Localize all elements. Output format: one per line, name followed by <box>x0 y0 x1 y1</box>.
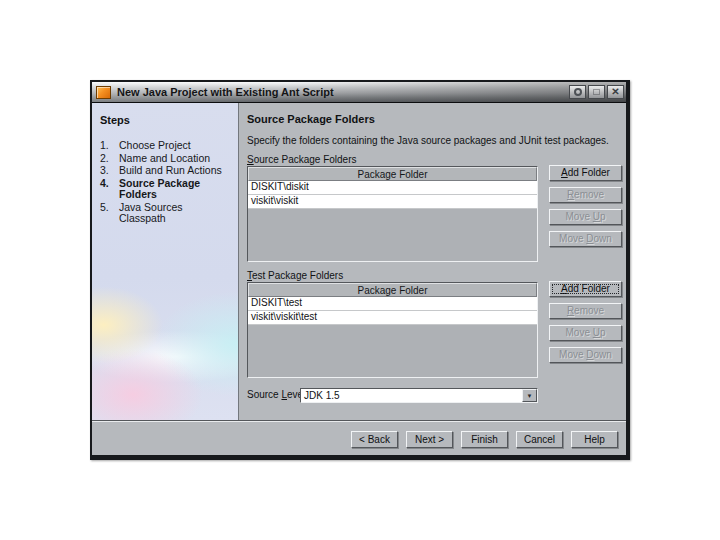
window-menu-icon[interactable] <box>569 85 586 99</box>
source-package-folders-label: Source Package Folders <box>247 154 357 165</box>
move-down-button[interactable]: Move Down <box>549 347 622 363</box>
square-icon <box>593 89 600 95</box>
table-row[interactable]: viskit\viskit <box>248 195 537 209</box>
move-up-button[interactable]: Move Up <box>549 325 622 341</box>
table-column-header: Package Folder <box>248 283 537 297</box>
steps-item-name-and-location: 2. Name and Location <box>100 153 232 165</box>
steps-item-build-run-actions: 3. Build and Run Actions <box>100 165 232 177</box>
dialog-body: Steps 1. Choose Project 2. Name and Loca… <box>92 103 626 455</box>
title-bar[interactable]: New Java Project with Existing Ant Scrip… <box>92 82 626 103</box>
add-folder-button[interactable]: Add Folder <box>549 281 622 297</box>
steps-title: Steps <box>100 114 232 126</box>
table-row[interactable]: viskit\viskit\test <box>248 311 537 325</box>
window-title: New Java Project with Existing Ant Scrip… <box>117 86 569 98</box>
source-table-buttons: Add Folder Remove Move Up Move Down <box>549 165 622 253</box>
source-level-value: JDK 1.5 <box>304 389 340 402</box>
close-icon[interactable]: ✕ <box>607 85 624 99</box>
help-button[interactable]: Help <box>571 431 618 448</box>
test-table-buttons: Add Folder Remove Move Up Move Down <box>549 281 622 369</box>
netbeans-project-icon <box>96 86 111 99</box>
table-row[interactable]: DISKIT\diskit <box>248 181 537 195</box>
test-package-folders-label: Test Package Folders <box>247 270 343 281</box>
page-description: Specify the folders containing the Java … <box>247 135 609 146</box>
source-level-combobox[interactable]: JDK 1.5 ▼ <box>300 388 538 403</box>
cancel-button[interactable]: Cancel <box>516 431 563 448</box>
circle-icon <box>574 88 582 96</box>
maximize-icon[interactable] <box>588 85 605 99</box>
wizard-steps-panel: Steps 1. Choose Project 2. Name and Loca… <box>92 103 239 420</box>
test-package-folders-table[interactable]: Package Folder DISKIT\test viskit\viskit… <box>247 282 538 378</box>
move-down-button[interactable]: Move Down <box>549 231 622 247</box>
remove-button[interactable]: Remove <box>549 303 622 319</box>
finish-button[interactable]: Finish <box>461 431 508 448</box>
add-folder-button[interactable]: Add Folder <box>549 165 622 181</box>
next-button[interactable]: Next > <box>406 431 453 448</box>
back-button[interactable]: < Back <box>351 431 398 448</box>
steps-item-choose-project: 1. Choose Project <box>100 140 232 152</box>
move-up-button[interactable]: Move Up <box>549 209 622 225</box>
window-controls: ✕ <box>569 85 624 99</box>
source-package-folders-table[interactable]: Package Folder DISKIT\diskit viskit\visk… <box>247 166 538 262</box>
remove-button[interactable]: Remove <box>549 187 622 203</box>
new-java-project-wizard-window: New Java Project with Existing Ant Scrip… <box>90 80 630 460</box>
page-title: Source Package Folders <box>247 113 375 125</box>
chevron-down-icon[interactable]: ▼ <box>522 389 537 402</box>
steps-item-source-package-folders-current: 4. Source Package Folders <box>100 178 232 201</box>
wizard-footer: < Back Next > Finish Cancel Help <box>92 420 626 455</box>
table-column-header: Package Folder <box>248 167 537 181</box>
table-row[interactable]: DISKIT\test <box>248 297 537 311</box>
steps-item-java-sources-classpath: 5. Java Sources Classpath <box>100 202 232 225</box>
wizard-content-panel: Source Package Folders Specify the folde… <box>239 103 626 420</box>
source-level-label: Source Level: <box>247 389 308 400</box>
